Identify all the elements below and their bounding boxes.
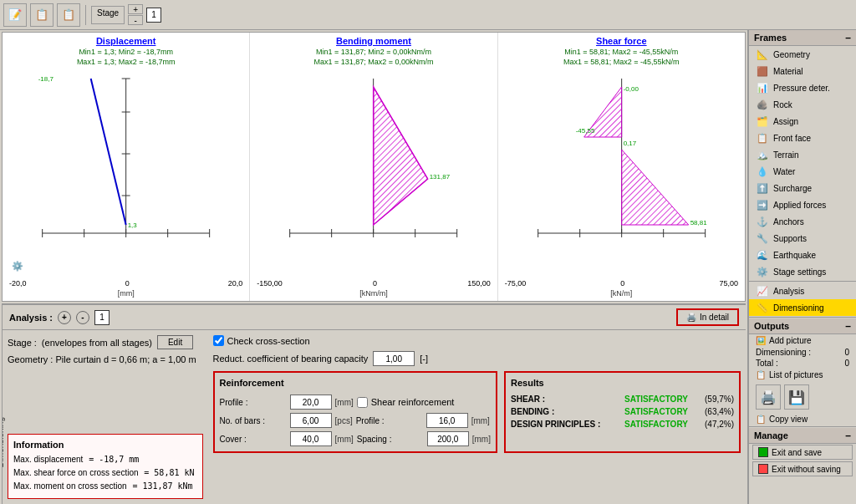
- design-result-row: DESIGN PRINCIPLES : SATISFACTORY (47,2%): [511, 420, 734, 429]
- sidebar-item-material[interactable]: 🟫 Material: [749, 63, 856, 79]
- sidebar-item-water[interactable]: 💧 Water: [749, 163, 856, 180]
- analysis-add-btn[interactable]: +: [58, 311, 71, 324]
- sidebar-item-surcharge[interactable]: ⬆️ Surcharge: [749, 180, 856, 196]
- svg-text:-45,55: -45,55: [575, 127, 594, 135]
- outputs-header: Outputs –: [749, 318, 856, 334]
- copy-view-button[interactable]: 📋 Copy view: [749, 413, 856, 425]
- frames-collapse-btn[interactable]: –: [845, 33, 851, 43]
- in-detail-button[interactable]: 🖨️ In detail: [676, 308, 739, 326]
- displacement-title: Displacement: [96, 36, 156, 46]
- sidebar-item-frontface[interactable]: 📋 Front face: [749, 130, 856, 146]
- picture-icon: 🖼️: [756, 336, 766, 345]
- bending-result-label: BENDING :: [511, 407, 619, 416]
- edit-stage-button[interactable]: Edit: [157, 335, 193, 349]
- terrain-icon: 🏔️: [756, 148, 769, 161]
- geometry-icon: 📐: [756, 48, 769, 61]
- exit-save-button[interactable]: Exit and save: [752, 445, 853, 460]
- outputs-collapse-btn[interactable]: –: [845, 321, 851, 331]
- check-cross-section-checkbox[interactable]: [213, 335, 224, 346]
- sidebar-item-earthquake[interactable]: 🌊 Earthquake: [749, 247, 856, 263]
- sidebar-item-supports[interactable]: 🔧 Supports: [749, 230, 856, 247]
- reinforcement-section: Reinforcement Profile : [mm] Shear reinf…: [213, 371, 497, 453]
- cover-row: Cover : [mm] Spacing : [mm]: [220, 431, 491, 446]
- sidebar-item-rock[interactable]: 🪨 Rock: [749, 96, 856, 113]
- analysis-sidebar-label: Analysis: [773, 287, 804, 296]
- max-moment-row: Max. moment on cross section = 131,87 kN…: [13, 480, 197, 493]
- reduct-value-input[interactable]: [373, 351, 415, 366]
- displacement-svg: -18,7 1,3: [6, 70, 246, 254]
- sf-axis-min: -75,00: [505, 279, 527, 288]
- exit-nosave-button[interactable]: Exit without saving: [752, 461, 853, 476]
- sidebar-item-terrain[interactable]: 🏔️ Terrain: [749, 146, 856, 163]
- displacement-subtitle: Min1 = 1,3; Min2 = -18,7mm Max1 = 1,3; M…: [77, 48, 176, 67]
- sidebar-item-geometry[interactable]: 📐 Geometry: [749, 46, 856, 63]
- disp-axis-zero: 0: [125, 279, 130, 288]
- stage-value: (envelopes from all stages): [42, 338, 152, 348]
- settings-gear-icon[interactable]: ⚙️: [8, 256, 28, 276]
- svg-text:0,17: 0,17: [623, 140, 636, 147]
- save-picture-button[interactable]: 💾: [784, 384, 809, 410]
- sidebar-item-dimensioning[interactable]: 📏 Dimensioning: [749, 299, 856, 316]
- stage-label-btn[interactable]: Stage: [91, 6, 125, 24]
- sidebar-item-pressure[interactable]: 📊 Pressure deter.: [749, 79, 856, 96]
- dimensioning-sidebar-label: Dimensioning: [773, 303, 824, 313]
- add-picture-button[interactable]: 🖼️ Add picture: [749, 334, 856, 347]
- check-label: Check cross-section: [227, 336, 310, 346]
- shear-reinforcement-checkbox[interactable]: [357, 397, 368, 408]
- sidebar-item-stage-settings[interactable]: ⚙️ Stage settings: [749, 263, 856, 280]
- right-sidebar: Frames – 📐 Geometry 🟫 Material 📊 Pressur…: [747, 30, 856, 504]
- sidebar-item-assign[interactable]: 🗂️ Assign: [749, 113, 856, 130]
- anchors-icon: ⚓: [756, 215, 769, 228]
- shear-svg-area: -45,55 -0,00 0,17 58,81: [502, 70, 741, 279]
- stage-settings-icon: ⚙️: [756, 265, 769, 278]
- edit-button[interactable]: 📝: [3, 3, 27, 27]
- cover-input[interactable]: [290, 431, 332, 446]
- right-form-panel: Check cross-section Reduct. coefficient …: [208, 330, 746, 504]
- copy-button[interactable]: 📋: [30, 3, 54, 27]
- stage-settings-label: Stage settings: [773, 267, 826, 277]
- profile-input[interactable]: [290, 395, 332, 410]
- nobars-input[interactable]: [290, 413, 332, 428]
- toolbar: 📝 📋 📋 Stage + - 1: [0, 0, 856, 30]
- info-title: Information: [13, 440, 197, 450]
- shear-label: Shear reinforcement: [371, 397, 455, 407]
- bending-moment-chart: Bending moment Min1 = 131,87; Min2 = 0,0…: [250, 33, 497, 301]
- spacing-input[interactable]: [427, 431, 469, 446]
- svg-text:58,81: 58,81: [690, 219, 707, 227]
- bottom-panel: Analysis : + - 1 🖨️ In detail Stage : (e…: [2, 303, 746, 504]
- sidebar-item-anchors[interactable]: ⚓ Anchors: [749, 213, 856, 230]
- shear-result-value: (59,7%): [705, 395, 734, 404]
- exit-save-dot: [758, 447, 768, 457]
- manage-collapse-btn[interactable]: –: [845, 430, 851, 440]
- total-count-row: Total : 0: [749, 358, 856, 369]
- design-result-label: DESIGN PRINCIPLES :: [511, 420, 619, 429]
- sidebar-item-analysis[interactable]: 📈 Analysis: [749, 283, 856, 299]
- frames-label: Frames: [754, 33, 787, 43]
- copy-view-icon: 📋: [756, 415, 766, 424]
- sidebar-item-applied-forces[interactable]: ➡️ Applied forces: [749, 196, 856, 213]
- stage-down-btn[interactable]: -: [128, 15, 143, 25]
- spacing-label: Spacing :: [357, 435, 424, 444]
- charts-area: Displacement Min1 = 1,3; Min2 = -18,7mm …: [2, 32, 746, 302]
- charts-row: Displacement Min1 = 1,3; Min2 = -18,7mm …: [3, 33, 745, 301]
- dimensioning-count-row: Dimensioning : 0: [749, 347, 856, 358]
- profile2-input[interactable]: [426, 413, 468, 428]
- bottom-content: Stage : (envelopes from all stages) Edit…: [3, 330, 746, 504]
- nobars-label: No. of bars :: [220, 416, 287, 425]
- results-section: Results SHEAR : SATISFACTORY (59,7%) BEN…: [504, 371, 741, 453]
- paste-button[interactable]: 📋: [57, 3, 80, 27]
- stage-up-btn[interactable]: +: [128, 4, 143, 14]
- pressure-label: Pressure deter.: [773, 84, 830, 93]
- assign-icon: 🗂️: [756, 115, 769, 128]
- stage-number-badge: 1: [146, 8, 161, 23]
- design-result-value: (47,2%): [705, 420, 734, 429]
- print-button[interactable]: 🖨️: [756, 384, 781, 410]
- sf-axis-zero: 0: [620, 279, 624, 288]
- stage-label: Stage :: [8, 338, 37, 348]
- list-pictures-button[interactable]: 📋 List of pictures: [749, 369, 856, 381]
- analysis-remove-btn[interactable]: -: [76, 311, 89, 324]
- earthquake-icon: 🌊: [756, 248, 769, 262]
- svg-text:-18,7: -18,7: [38, 75, 54, 83]
- outputs-label: Outputs: [754, 321, 789, 331]
- exit-nosave-dot: [758, 464, 768, 474]
